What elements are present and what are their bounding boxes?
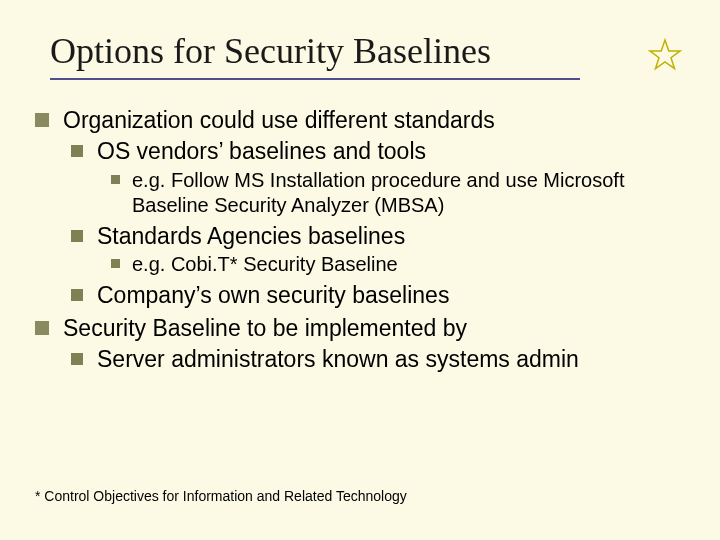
bullet-text: Security Baseline to be implemented by [63,314,685,343]
bullet-text: OS vendors’ baselines and tools [97,137,685,166]
bullet-lvl2: Company’s own security baselines [71,281,685,310]
slide-body: Organization could use different standar… [0,80,720,374]
square-bullet-icon [111,175,120,184]
title-area: Options for Security Baselines [0,0,720,80]
bullet-text: Server administrators known as systems a… [97,345,685,374]
square-bullet-icon [71,289,83,301]
bullet-lvl3: e.g. Cobi.T* Security Baseline [111,252,685,277]
bullet-lvl1: Security Baseline to be implemented by [35,314,685,343]
square-bullet-icon [111,259,120,268]
bullet-text: Company’s own security baselines [97,281,685,310]
bullet-text: Standards Agencies baselines [97,222,685,251]
bullet-lvl3: e.g. Follow MS Installation procedure an… [111,168,685,218]
square-bullet-icon [71,145,83,157]
bullet-text: e.g. Follow MS Installation procedure an… [132,168,685,218]
square-bullet-icon [35,113,49,127]
square-bullet-icon [35,321,49,335]
square-bullet-icon [71,353,83,365]
bullet-text: Organization could use different standar… [63,106,685,135]
bullet-lvl2: Server administrators known as systems a… [71,345,685,374]
title-underline [50,78,580,80]
bullet-lvl2: Standards Agencies baselines [71,222,685,251]
footnote: * Control Objectives for Information and… [35,488,407,504]
slide-title: Options for Security Baselines [50,30,491,72]
star-icon [648,38,682,76]
bullet-text: e.g. Cobi.T* Security Baseline [132,252,685,277]
square-bullet-icon [71,230,83,242]
svg-marker-0 [650,40,680,69]
bullet-lvl1: Organization could use different standar… [35,106,685,135]
bullet-lvl2: OS vendors’ baselines and tools [71,137,685,166]
